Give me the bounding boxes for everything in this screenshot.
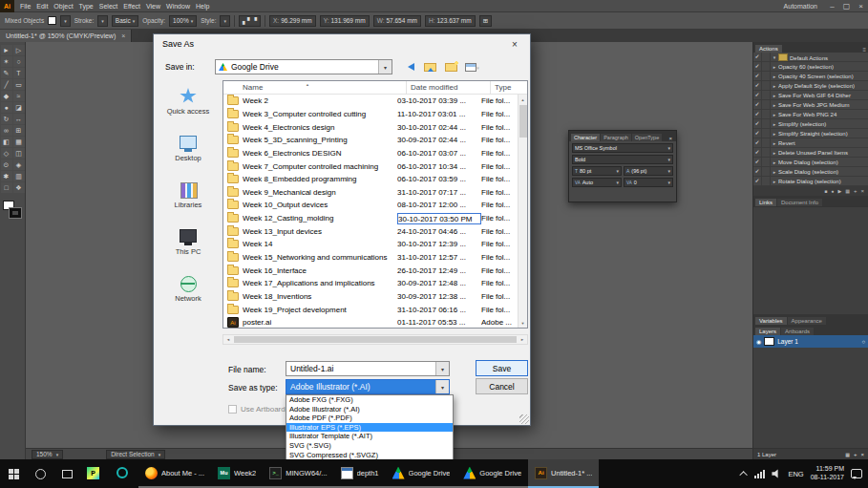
taskbar-app-mu[interactable]: Week2 [211,459,263,488]
taskbar-app-depth1[interactable]: depth1 [334,459,386,488]
file-type-option[interactable]: Illustrator EPS (*.EPS) [286,423,453,433]
align-buttons[interactable]: ▖▘▝ [239,15,261,27]
save-in-dropdown[interactable]: Google Drive [215,59,392,74]
pencil-tool[interactable]: ≈ [13,91,25,101]
scroll-left-icon[interactable] [223,335,233,344]
sidebar-this-pc[interactable]: This PC [158,228,219,256]
tracking-field[interactable]: 0 [624,178,673,187]
action-dialog-toggle[interactable] [762,138,771,147]
stop-icon[interactable] [824,188,827,194]
action-row[interactable]: Simplify Straight (selection) [753,129,868,138]
char-panel-tab[interactable]: Character [571,134,600,141]
direct-selection-tool[interactable]: ▷ [13,45,25,55]
file-row[interactable]: Week 2 03-10-2017 03:39 ... File fol... [223,95,518,108]
hidden-icons-chevron-icon[interactable] [740,471,748,478]
taskbar-app-gdrive-1[interactable]: Google Drive [386,459,457,488]
dropdown-arrow-icon[interactable] [435,380,449,393]
volume-icon[interactable] [772,469,781,478]
action-dialog-toggle[interactable] [762,72,771,80]
kerning-field[interactable]: Auto [572,178,622,187]
action-row[interactable]: Save For Web GIF 64 Dither [753,91,868,100]
transform-field[interactable]: X:96.299 mm [269,15,316,27]
font-size-field[interactable]: 80 pt [572,166,622,176]
vertical-scrollbar[interactable] [518,95,527,328]
font-style-field[interactable]: Bold [572,155,673,164]
layer-row[interactable]: Layer 1 [753,335,868,348]
expand-arrow-icon[interactable] [771,83,778,89]
action-row[interactable]: Delete Unused Panel Items [753,148,868,158]
target-circle-icon[interactable] [861,338,865,345]
expand-arrow-icon[interactable] [771,131,778,137]
column-graph-tool[interactable]: ▥ [13,171,25,181]
file-row[interactable]: Week 5_3D_scanning_Printing 30-09-2017 0… [223,134,518,147]
scroll-down-icon[interactable] [519,318,527,328]
tab-close-icon[interactable]: × [121,32,125,39]
fill-color-dropdown[interactable] [60,15,71,27]
action-center-icon[interactable] [851,469,862,478]
sidebar-network[interactable]: Network [158,275,219,303]
file-row[interactable]: Week 18_Inventions 30-09-2017 12:38 ... … [223,290,518,304]
shape-builder-tool[interactable]: ◧ [1,137,12,147]
file-name-value[interactable]: Untitled-1.ai [286,364,435,373]
view-menu-icon[interactable] [465,60,479,74]
char-panel-tab[interactable]: Paragraph [601,134,631,141]
action-checkbox[interactable] [753,91,762,99]
file-row[interactable]: Week 19_Project development 31-10-2017 0… [223,303,518,316]
taskbar-app-illustrator[interactable]: Untitled-1* ... [528,459,599,488]
blob-brush-tool[interactable]: ● [1,102,12,113]
file-row[interactable]: Week 6_Electronics DESIGN 06-10-2017 03:… [223,147,518,160]
taskbar-app-teal[interactable] [110,459,138,488]
line-segment-tool[interactable]: ╱ [1,79,12,90]
expand-arrow-icon[interactable] [771,159,778,165]
save-button[interactable]: Save [476,360,528,376]
file-name-input[interactable]: Untitled-1.ai [286,361,450,376]
save-as-type-dropdown[interactable]: Adobe Illustrator (*.AI) [286,379,450,394]
stroke-weight-dropdown[interactable] [97,15,108,27]
action-checkbox[interactable] [753,148,762,157]
eyedropper-tool[interactable]: ⊙ [1,159,12,170]
file-row[interactable]: Week 7_Computer controlled machining 06-… [223,159,518,173]
action-dialog-toggle[interactable] [762,167,771,176]
file-row[interactable]: Week 8_Embedded programming 06-10-2017 0… [223,173,518,186]
action-row[interactable]: Rotate Dialog (selection) [753,177,868,186]
file-row[interactable]: Week 12_Casting_molding 30-10-2017 03:50… [223,212,518,225]
expand-arrow-icon[interactable] [771,54,778,60]
play-icon[interactable] [837,188,841,194]
action-row[interactable]: Save For Web JPG Medium [753,100,868,110]
action-checkbox[interactable] [753,167,762,176]
style-dropdown[interactable] [220,15,230,27]
file-type-option[interactable]: Adobe PDF (*.PDF) [286,414,453,423]
opacity-field[interactable]: 100% [169,15,197,27]
up-one-level-icon[interactable] [423,60,437,74]
resize-grip[interactable] [519,414,529,424]
perspective-grid-tool[interactable]: ▦ [13,137,25,147]
action-dialog-toggle[interactable] [762,177,771,185]
action-row[interactable]: Save For Web PNG 24 [753,110,868,119]
expand-arrow-icon[interactable] [771,102,778,108]
pen-tool[interactable]: ✎ [1,68,12,78]
free-transform-tool[interactable]: ⊞ [13,125,25,136]
minimize-button[interactable]: – [825,2,839,11]
file-row[interactable]: Week 17_Applications and implications 30… [223,277,518,290]
action-checkbox[interactable] [753,53,762,61]
cortana-search-button[interactable] [27,459,53,488]
action-dialog-toggle[interactable] [762,100,771,109]
font-family-field[interactable]: MS Office Symbol [572,143,673,153]
use-artboards-checkbox[interactable] [228,405,237,414]
selection-tool[interactable]: ► [1,45,12,55]
task-view-button[interactable] [53,459,80,488]
tab-layers[interactable]: Layers [755,328,780,335]
menu-item[interactable]: View [143,3,163,10]
eraser-tool[interactable]: ◪ [13,102,25,113]
expand-arrow-icon[interactable] [771,169,778,175]
lasso-tool[interactable]: ○ [13,56,25,67]
action-checkbox[interactable] [753,119,762,128]
file-row[interactable]: Week 3_Computer controlled cutting 11-10… [223,108,518,121]
new-folder-icon[interactable] [444,60,458,74]
zoom-field[interactable]: 150% [32,450,63,459]
rectangle-tool[interactable]: ▭ [13,79,25,90]
new-layer-icon[interactable] [845,452,850,457]
workspace-switcher[interactable]: Automation [776,3,825,10]
mesh-tool[interactable]: ◇ [1,148,12,159]
file-row[interactable]: poster.ai 01-11-2017 05:53 ... Adobe ... [223,316,518,328]
